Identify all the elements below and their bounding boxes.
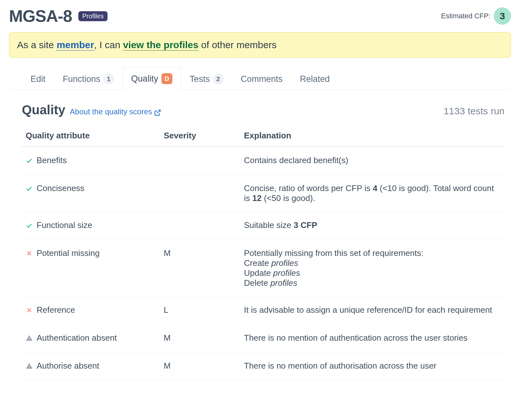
header-left: MGSA-8 Profiles: [9, 6, 108, 26]
tab-comments-label: Comments: [241, 74, 283, 84]
explanation-cell: Concise, ratio of words per CFP is 4 (<1…: [240, 175, 505, 212]
check-icon: [26, 220, 33, 231]
severity-cell: [160, 147, 240, 175]
attr-label: Benefits: [37, 155, 67, 165]
attr-cell: Conciseness: [22, 175, 160, 212]
section-header: Quality About the quality scores 1133 te…: [22, 103, 505, 117]
user-story-box: As a site member, I can view the profile…: [9, 32, 511, 58]
severity-cell: M: [160, 325, 240, 353]
table-row: ConcisenessConcise, ratio of words per C…: [22, 175, 505, 212]
story-mid: , I can: [94, 39, 123, 50]
section-title: Quality: [22, 103, 65, 117]
attr-label: Conciseness: [37, 183, 84, 193]
attr-cell: Reference: [22, 297, 160, 325]
table-row: ReferenceLIt is advisable to assign a un…: [22, 297, 505, 325]
attr-label: Reference: [37, 305, 75, 315]
warning-icon: [26, 333, 33, 344]
tab-tests[interactable]: Tests 2: [181, 68, 232, 90]
tab-comments[interactable]: Comments: [232, 68, 291, 90]
check-icon: [26, 183, 33, 194]
tab-edit[interactable]: Edit: [22, 68, 54, 90]
tab-functions[interactable]: Functions 1: [54, 68, 123, 90]
severity-cell: L: [160, 297, 240, 325]
table-row: Authentication absentMThere is no mentio…: [22, 325, 505, 353]
explanation-cell: There is no mention of authentication ac…: [240, 325, 505, 353]
severity-cell: M: [160, 353, 240, 381]
story-action[interactable]: view the profiles: [123, 39, 198, 51]
table-row: Authorise absentMThere is no mention of …: [22, 353, 505, 381]
table-row: Functional sizeSuitable size 3 CFP: [22, 212, 505, 240]
col-quality-attribute: Quality attribute: [22, 125, 160, 147]
tabs: Edit Functions 1 Quality D Tests 2 Comme…: [9, 67, 511, 90]
cross-icon: [26, 248, 33, 259]
quality-section: Quality About the quality scores 1133 te…: [9, 90, 511, 381]
check-icon: [26, 155, 33, 166]
explanation-cell: Contains declared benefit(s): [240, 147, 505, 175]
explanation-cell: It is advisable to assign a unique refer…: [240, 297, 505, 325]
attr-cell: Potential missing: [22, 240, 160, 297]
tests-run-count: 1133 tests run: [444, 106, 505, 117]
severity-cell: [160, 175, 240, 212]
page-title: MGSA-8: [9, 6, 72, 26]
tab-quality[interactable]: Quality D: [123, 67, 181, 90]
about-quality-link[interactable]: About the quality scores: [70, 107, 161, 116]
tab-tests-label: Tests: [190, 74, 210, 84]
attr-label: Potential missing: [37, 248, 100, 258]
explanation-cell: Suitable size 3 CFP: [240, 212, 505, 240]
quality-table: Quality attribute Severity Explanation B…: [22, 125, 505, 381]
explanation-cell: Potentially missing from this set of req…: [240, 240, 505, 297]
tab-functions-label: Functions: [63, 74, 100, 84]
attr-cell: Authentication absent: [22, 325, 160, 353]
tests-count-badge: 2: [213, 74, 223, 84]
quality-grade-badge: D: [161, 73, 172, 84]
table-row: BenefitsContains declared benefit(s): [22, 147, 505, 175]
tab-edit-label: Edit: [30, 74, 46, 84]
tab-quality-label: Quality: [131, 74, 158, 84]
svg-line-0: [157, 110, 160, 113]
tab-related-label: Related: [300, 74, 330, 84]
section-header-left: Quality About the quality scores: [22, 103, 161, 117]
story-actor[interactable]: member: [56, 39, 94, 51]
header-right: Estimated CFP: 3: [441, 7, 511, 25]
cfp-badge: 3: [494, 7, 511, 25]
cross-icon: [26, 305, 33, 316]
functions-count-badge: 1: [104, 74, 114, 84]
story-suffix: of other members: [198, 39, 276, 50]
attr-cell: Authorise absent: [22, 353, 160, 381]
table-row: Potential missingMPotentially missing fr…: [22, 240, 505, 297]
attr-label: Authentication absent: [37, 333, 117, 343]
table-header-row: Quality attribute Severity Explanation: [22, 125, 505, 147]
about-quality-label: About the quality scores: [70, 107, 152, 116]
col-explanation: Explanation: [240, 125, 505, 147]
explanation-cell: There is no mention of authorisation acr…: [240, 353, 505, 381]
attr-cell: Functional size: [22, 212, 160, 240]
severity-cell: M: [160, 240, 240, 297]
attr-label: Authorise absent: [37, 361, 99, 371]
attr-cell: Benefits: [22, 147, 160, 175]
warning-icon: [26, 361, 33, 372]
cfp-label: Estimated CFP:: [441, 12, 490, 20]
external-link-icon: [154, 109, 161, 116]
story-prefix: As a site: [17, 39, 56, 50]
attr-label: Functional size: [37, 220, 92, 230]
tab-related[interactable]: Related: [291, 68, 338, 90]
page-header: MGSA-8 Profiles Estimated CFP: 3: [9, 6, 511, 26]
profiles-tag[interactable]: Profiles: [78, 11, 108, 21]
col-severity: Severity: [160, 125, 240, 147]
severity-cell: [160, 212, 240, 240]
